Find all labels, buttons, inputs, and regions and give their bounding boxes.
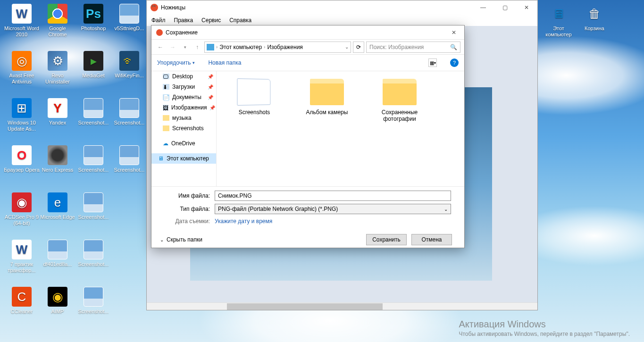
cancel-button[interactable]: Отмена (411, 234, 452, 245)
menu-help[interactable]: Справка (229, 17, 251, 24)
desktop-icon[interactable]: ◉ACDSee Pro 9 (64-bit) (4, 192, 40, 226)
filename-input[interactable] (215, 191, 451, 201)
new-folder-button[interactable]: Новая папка (208, 59, 241, 66)
desktop-icon[interactable]: ◉AIMP (40, 287, 75, 315)
view-options-button[interactable]: ▦ ▾ (428, 58, 437, 67)
menu-tools[interactable]: Сервис (201, 17, 221, 24)
menu-edit[interactable]: Правка (174, 17, 193, 24)
search-input[interactable]: Поиск: Изображения 🔍 (366, 42, 460, 53)
icon-label: Avast Free Antivirus (4, 73, 40, 84)
help-button[interactable]: ? (450, 58, 459, 67)
chevron-down-icon[interactable]: ⌄ (345, 44, 349, 50)
desktop-icon[interactable]: Screenshot... (75, 240, 111, 267)
nav-forward-button[interactable]: → (167, 42, 178, 52)
save-button[interactable]: Сохранить (366, 234, 407, 245)
tree-item[interactable]: музыка (151, 113, 216, 123)
desktop-icon[interactable]: CCCleaner (4, 287, 40, 315)
app-icon (84, 240, 103, 259)
tree-item[interactable]: 🖵Desktop📌 (151, 71, 216, 82)
desktop-icon[interactable]: OБраузер Opera (4, 145, 40, 173)
save-footer: ⌄ Скрыть папки Сохранить Отмена (151, 230, 464, 250)
folder-icon: 🖵 (163, 74, 169, 79)
crumb-images[interactable]: Изображения (267, 44, 302, 50)
desktop-icon[interactable]: ᯤWifiKeyFin... (111, 51, 147, 79)
crumb-this-pc[interactable]: Этот компьютер (219, 44, 262, 50)
desktop-icon[interactable]: ⊞Windows 10 Update As... (4, 98, 40, 132)
filetype-label: Тип файла: (165, 206, 210, 212)
desktop-icon[interactable]: Screenshot... (75, 145, 111, 173)
app-icon (48, 4, 67, 24)
close-button[interactable]: ✕ (516, 0, 537, 15)
icon-label: Photoshop (75, 25, 111, 32)
nav-up-button[interactable]: ↑ (192, 42, 202, 52)
desktop-icon[interactable]: Screenshot... (75, 192, 111, 220)
icon-label: Screenshot... (75, 214, 111, 220)
folder-label: Сохраненные фотографии (371, 109, 428, 122)
menu-file[interactable]: Файл (151, 17, 166, 24)
tree-item[interactable]: 🖼Изображения📌 (151, 102, 216, 113)
search-placeholder: Поиск: Изображения (369, 44, 424, 50)
maximize-button[interactable]: ▢ (494, 0, 516, 15)
desktop-icon[interactable]: Screenshot... (75, 98, 111, 126)
snip-titlebar[interactable]: Ножницы — ▢ ✕ (147, 0, 537, 15)
breadcrumb-bar[interactable]: › Этот компьютер › Изображения ⌄ (204, 42, 351, 53)
folder-icon (163, 125, 169, 131)
app-icon: 🖥 (549, 4, 569, 24)
filename-label: Имя файла: (165, 192, 210, 199)
desktop-icon[interactable]: eMicrosoft Edge (40, 192, 75, 220)
folder-pane[interactable]: ScreenshotsАльбом камерыСохраненные фото… (217, 71, 464, 186)
icon-label: Screenshot... (75, 167, 111, 173)
folder-item[interactable]: Альбом камеры (299, 79, 355, 116)
filetype-select[interactable]: PNG-файл (Portable Network Graphic) (*.P… (215, 204, 451, 214)
tree-item[interactable]: ⬇Загрузки📌 (151, 82, 216, 92)
save-titlebar[interactable]: Сохранение ✕ (151, 25, 464, 40)
tree-item-onedrive[interactable]: ☁OneDrive (151, 138, 216, 149)
pc-icon (207, 44, 214, 50)
tree-item[interactable]: Screenshots (151, 123, 216, 133)
snip-menubar: Файл Правка Сервис Справка (147, 15, 537, 26)
desktop-icon[interactable]: 🖥Этот компьютер (541, 4, 577, 37)
snip-h-scrollbar[interactable] (147, 302, 537, 310)
icon-label: Этот компьютер (541, 25, 577, 37)
tree-item[interactable]: 📄Документы📌 (151, 92, 216, 102)
desktop-icon[interactable]: Screenshot... (75, 287, 111, 315)
desktop-icon[interactable]: ◎Avast Free Antivirus (4, 51, 40, 84)
folder-icon (163, 115, 169, 121)
organize-menu[interactable]: Упорядочить ▾ (157, 59, 195, 66)
icon-label: ACDSee Pro 9 (64-bit) (4, 214, 40, 226)
tree-item-this-pc[interactable]: 🖥Этот компьютер (151, 153, 216, 164)
desktop-icon[interactable]: df401ed8a... (40, 240, 75, 267)
pin-icon: 📌 (208, 84, 213, 90)
activation-watermark: Активация Windows Чтобы активировать Win… (459, 319, 630, 337)
save-form: Имя файла: Тип файла: PNG-файл (Portable… (151, 187, 464, 230)
nav-recent-button[interactable]: ▾ (180, 42, 190, 52)
desktop-icon[interactable]: ⚙Revo Uninstaller (40, 51, 75, 84)
icon-label: Screenshot... (111, 167, 147, 173)
app-icon: C (12, 287, 32, 307)
nav-back-button[interactable]: ← (155, 42, 166, 52)
desktop-icon[interactable]: WMicrosoft Word 2010 (4, 4, 40, 37)
save-close-button[interactable]: ✕ (443, 25, 464, 40)
folder-item[interactable]: Screenshots (226, 79, 283, 116)
desktop-icon[interactable]: Nero Express (40, 145, 75, 173)
desktop-icon[interactable]: Screenshot... (111, 145, 147, 173)
folder-item[interactable]: Сохраненные фотографии (371, 79, 428, 122)
desktop-icon[interactable]: ▸MediaGet (75, 51, 111, 79)
app-icon: e (48, 192, 67, 212)
desktop-icon[interactable]: W7 практик трансфор... (4, 240, 40, 273)
minimize-button[interactable]: — (472, 0, 494, 15)
refresh-button[interactable]: ⟳ (353, 42, 364, 53)
icon-label: Screenshot... (75, 309, 111, 315)
save-dialog: Сохранение ✕ ← → ▾ ↑ › Этот компьютер › … (151, 25, 465, 248)
date-value-link[interactable]: Укажите дату и время (215, 218, 272, 225)
desktop-icon[interactable]: Screenshot... (111, 98, 147, 126)
desktop-icon[interactable]: v5SttniegD... (111, 4, 147, 32)
cloud-icon: ☁ (163, 140, 168, 147)
hide-folders-toggle[interactable]: ⌄ Скрыть папки (160, 236, 202, 243)
desktop-icon[interactable]: 🗑Корзина (577, 4, 612, 32)
app-icon (48, 240, 67, 259)
desktop-icon[interactable]: Google Chrome (40, 4, 75, 37)
desktop-icon[interactable]: YYandex (40, 98, 75, 126)
desktop-icon[interactable]: PsPhotoshop (75, 4, 111, 32)
tree-label: музыка (172, 115, 192, 121)
